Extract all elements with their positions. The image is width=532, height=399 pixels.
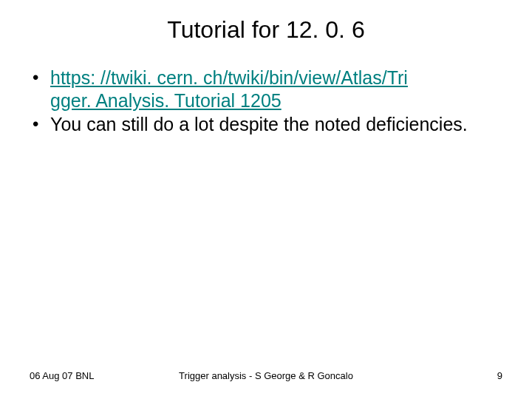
bullet-item-link: https: //twiki. cern. ch/twiki/bin/view/… (30, 66, 502, 112)
slide-body: https: //twiki. cern. ch/twiki/bin/view/… (30, 66, 502, 137)
slide: Tutorial for 12. 0. 6 https: //twiki. ce… (0, 0, 532, 399)
bullet-item-text: You can still do a lot despite the noted… (30, 113, 502, 136)
footer-authors: Trigger analysis - S George & R Goncalo (30, 370, 502, 381)
slide-number: 9 (497, 370, 502, 381)
link-text-line2: gger. Analysis. Tutorial 1205 (50, 90, 282, 111)
tutorial-link[interactable]: https: //twiki. cern. ch/twiki/bin/view/… (50, 67, 408, 111)
link-text-line1: https: //twiki. cern. ch/twiki/bin/view/… (50, 67, 408, 88)
slide-title: Tutorial for 12. 0. 6 (0, 16, 532, 44)
bullet-list: https: //twiki. cern. ch/twiki/bin/view/… (30, 66, 502, 136)
